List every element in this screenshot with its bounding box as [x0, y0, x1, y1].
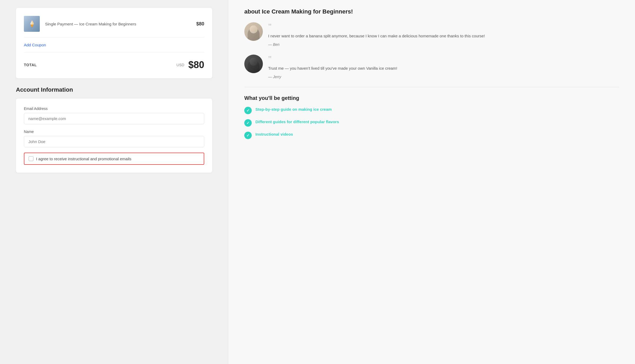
email-label: Email Address	[24, 106, 204, 111]
check-icon-2	[244, 119, 252, 127]
benefit-item-3: Instructional videos	[244, 131, 619, 139]
section-divider	[244, 87, 619, 87]
promotional-emails-label: I agree to receive instructional and pro…	[36, 157, 131, 161]
check-icon-3	[244, 132, 252, 139]
benefit-text-1: Step-by-step guide on making ice cream	[255, 106, 332, 112]
testimonial-jerry-text: Trust me — you haven't lived till you've…	[268, 65, 619, 72]
total-label: TOTAL	[24, 63, 37, 67]
account-card: Email Address Name I agree to receive in…	[16, 99, 212, 173]
avatar-ben-face	[250, 25, 258, 33]
testimonials-block: about Ice Cream Making for Beginners! " …	[244, 8, 619, 79]
testimonial-ben-author: — Ben	[268, 42, 619, 47]
total-row: TOTAL USD $80	[24, 58, 204, 70]
total-amount: $80	[188, 59, 204, 70]
name-label: Name	[24, 130, 204, 134]
quote-mark-jerry: "	[268, 55, 619, 63]
name-form-group: Name	[24, 130, 204, 147]
total-currency: USD	[176, 63, 184, 67]
benefit-text-3: Instructional videos	[255, 131, 293, 137]
left-panel: Single Payment — Ice Cream Making for Be…	[0, 0, 228, 364]
promotional-emails-checkbox[interactable]	[29, 156, 33, 161]
testimonial-jerry-author: — Jerry	[268, 75, 619, 79]
testimonials-heading: about Ice Cream Making for Beginners!	[244, 8, 619, 16]
product-info: Single Payment — Ice Cream Making for Be…	[45, 21, 191, 27]
avatar-jerry	[244, 55, 263, 73]
product-thumbnail	[24, 16, 40, 32]
product-price: $80	[196, 21, 204, 27]
name-input[interactable]	[24, 136, 204, 147]
order-summary-card: Single Payment — Ice Cream Making for Be…	[16, 8, 212, 78]
order-item: Single Payment — Ice Cream Making for Be…	[24, 16, 204, 37]
product-title: Single Payment — Ice Cream Making for Be…	[45, 22, 136, 26]
total-amount-container: USD $80	[176, 59, 204, 70]
email-form-group: Email Address	[24, 106, 204, 124]
whats-included-title: What you'll be getting	[244, 95, 619, 101]
page-container: Single Payment — Ice Cream Making for Be…	[0, 0, 635, 364]
testimonial-jerry: " Trust me — you haven't lived till you'…	[244, 55, 619, 79]
benefit-item-2: Different guides for different popular f…	[244, 119, 619, 127]
testimonial-ben: " I never want to order a banana split a…	[244, 22, 619, 47]
avatar-ben	[244, 22, 263, 41]
account-section-title: Account Information	[16, 86, 212, 93]
avatar-jerry-face	[250, 58, 258, 66]
whats-included-section: What you'll be getting Step-by-step guid…	[244, 95, 619, 139]
right-panel: about Ice Cream Making for Beginners! " …	[228, 0, 635, 364]
quote-mark-ben: "	[268, 22, 619, 31]
check-icon-1	[244, 107, 252, 114]
testimonial-jerry-content: " Trust me — you haven't lived till you'…	[268, 55, 619, 79]
promotional-emails-checkbox-group[interactable]: I agree to receive instructional and pro…	[24, 153, 204, 165]
testimonial-ben-content: " I never want to order a banana split a…	[268, 22, 619, 47]
benefit-text-2: Different guides for different popular f…	[255, 119, 339, 125]
email-input[interactable]	[24, 113, 204, 124]
testimonial-ben-text: I never want to order a banana split any…	[268, 33, 619, 39]
benefit-item-1: Step-by-step guide on making ice cream	[244, 106, 619, 114]
add-coupon-link[interactable]: Add Coupon	[24, 43, 204, 53]
